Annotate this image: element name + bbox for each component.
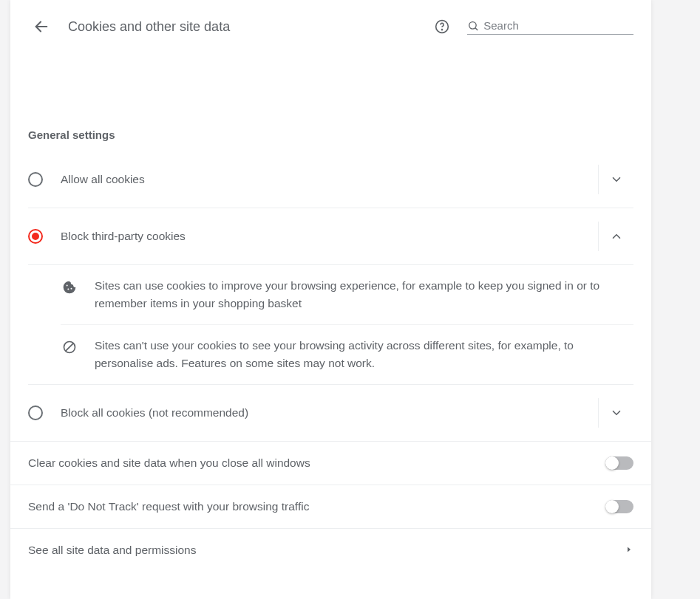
collapse-block-third[interactable] (598, 222, 633, 251)
help-icon (435, 19, 449, 34)
radio-dot (32, 233, 39, 240)
svg-line-9 (66, 343, 74, 352)
svg-point-6 (67, 289, 69, 290)
clear-on-close-label: Clear cookies and site data when you clo… (28, 456, 605, 470)
cookie-icon (61, 278, 78, 296)
custom-section: Customised behaviours (10, 572, 651, 599)
help-button[interactable] (430, 15, 454, 38)
page-title: Cookies and other site data (68, 19, 417, 35)
search-icon (467, 19, 479, 32)
radio-block-all[interactable] (28, 405, 43, 420)
row-see-all-data[interactable]: See all site data and permissions (10, 528, 651, 572)
chevron-down-icon (610, 406, 623, 420)
option-block-third-party[interactable]: Block third-party cookies (28, 208, 633, 264)
svg-line-4 (475, 27, 478, 30)
toggle-knob (605, 456, 619, 470)
radio-block-third-party[interactable] (28, 229, 43, 244)
radio-allow-all[interactable] (28, 172, 43, 187)
toggle-knob (605, 500, 619, 513)
row-do-not-track: Send a 'Do Not Track' request with your … (10, 485, 651, 528)
option-block-all-label: Block all cookies (not recommended) (61, 406, 589, 420)
content: General settings Allow all cookies Block… (10, 40, 651, 441)
block-third-details: Sites can use cookies to improve your br… (28, 264, 633, 384)
toggle-clear-on-close[interactable] (605, 456, 633, 470)
settings-panel: Cookies and other site data General sett… (10, 0, 651, 599)
option-allow-all-label: Allow all cookies (61, 173, 589, 186)
chevron-up-icon (610, 230, 623, 243)
option-block-all[interactable]: Block all cookies (not recommended) (28, 384, 633, 441)
svg-marker-10 (628, 547, 631, 552)
expand-allow-all[interactable] (598, 165, 633, 194)
detail-block-text: Sites can't use your cookies to see your… (95, 337, 633, 372)
toggle-do-not-track[interactable] (605, 500, 633, 513)
search-field[interactable] (467, 19, 633, 35)
row-clear-on-close: Clear cookies and site data when you clo… (10, 441, 651, 485)
option-allow-all[interactable]: Allow all cookies (28, 151, 633, 208)
svg-point-2 (442, 30, 443, 30)
arrow-right-icon (625, 544, 633, 557)
detail-allow-info: Sites can use cookies to improve your br… (61, 265, 633, 324)
search-input[interactable] (483, 19, 633, 32)
svg-point-7 (71, 288, 72, 290)
svg-point-5 (67, 285, 68, 287)
block-icon (61, 338, 78, 356)
chevron-down-icon (610, 173, 623, 186)
back-button[interactable] (28, 13, 55, 40)
detail-block-info: Sites can't use your cookies to see your… (61, 324, 633, 384)
option-block-third-label: Block third-party cookies (61, 230, 589, 243)
see-all-label: See all site data and permissions (28, 544, 625, 557)
section-custom-title: Customised behaviours (28, 572, 633, 599)
detail-allow-text: Sites can use cookies to improve your br… (95, 277, 633, 312)
header: Cookies and other site data (10, 0, 651, 40)
svg-point-3 (469, 21, 476, 28)
do-not-track-label: Send a 'Do Not Track' request with your … (28, 500, 605, 513)
section-general-title: General settings (28, 40, 633, 151)
arrow-left-icon (33, 18, 50, 35)
cookie-options-group: Allow all cookies Block third-party cook… (28, 151, 633, 441)
expand-block-all[interactable] (598, 398, 633, 428)
